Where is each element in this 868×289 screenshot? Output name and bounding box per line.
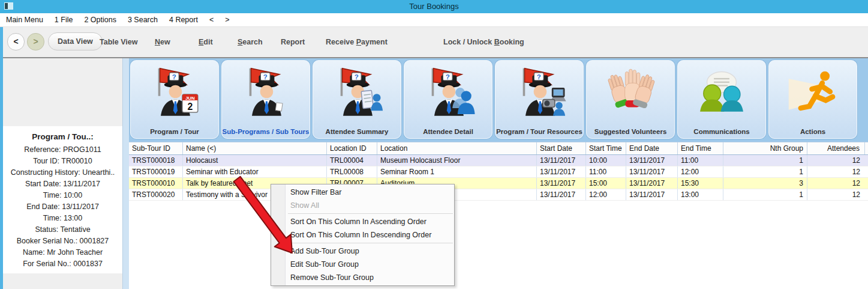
column-header-location-id[interactable]: Location ID (327, 142, 377, 154)
tab-label: Program / Tour (131, 128, 218, 135)
search-button[interactable]: Search (238, 27, 263, 57)
window-left-border (0, 27, 3, 289)
menu-options[interactable]: 2 Options (84, 16, 116, 24)
sidebar-divider-strip (122, 58, 129, 289)
lock-unlock-booking-button[interactable]: Lock / Unlock Booking (443, 27, 524, 57)
data-view-button[interactable]: Data View (48, 32, 103, 50)
cell: 12 (807, 189, 865, 200)
tab-attendee-summary[interactable]: ? Attendee Summary (313, 60, 401, 139)
cell: 12 (807, 178, 865, 189)
cell: 1 (723, 189, 807, 200)
edit-button[interactable]: Edit (199, 27, 213, 57)
column-header-attendees[interactable]: Attendees (807, 142, 865, 154)
record-end-date: End Date: 13/11/2017 (3, 201, 122, 213)
toolbar: < > Data View Table View New Edit Search… (0, 27, 868, 57)
tab-program-tour-resources[interactable]: ? Program / Tour Resources (495, 60, 584, 139)
tab-actions[interactable]: Actions (768, 60, 857, 139)
tab-communications[interactable]: Communications (677, 60, 766, 139)
tab-suggested-volunteers[interactable]: Suggested Volunteers (586, 60, 675, 139)
column-header-start-date[interactable]: Start Date (537, 142, 586, 154)
tab-label: Attendee Detail (404, 128, 492, 135)
cell: 11:00 (586, 166, 626, 177)
cell: 12:00 (586, 189, 626, 200)
record-tour-name: Constructing History: Unearthi.. (3, 167, 122, 178)
menu-prev-arrow[interactable]: < (209, 16, 214, 24)
section-tab-bar: ? JUN 2 Program / Tour (129, 58, 868, 142)
record-booker-name: Name: Mr John Teacher (3, 247, 122, 258)
cell: 15:30 (678, 178, 723, 189)
cell: TRST000018 (129, 155, 183, 166)
cell: 12 (807, 155, 865, 166)
tab-label: Suggested Volunteers (587, 128, 674, 135)
menu-item-edit-sub-tour-group[interactable]: Edit Sub-Tour Group (271, 258, 454, 271)
column-header-nth-group[interactable]: Nth Group (723, 142, 807, 154)
table-row[interactable]: TRST000020 Testimony with a Survivor Sem… (129, 189, 868, 201)
record-status: Status: Tentative (3, 224, 122, 236)
record-end-time: Time: 13:00 (3, 213, 122, 224)
svg-text:2: 2 (187, 102, 193, 112)
tab-label: Program / Tour Resources (495, 128, 583, 135)
main-area: ? JUN 2 Program / Tour (129, 58, 868, 289)
menu-report[interactable]: 4 Report (169, 16, 198, 24)
svg-text:?: ? (355, 73, 359, 81)
tab-label: Attendee Summary (313, 128, 401, 135)
column-header-sub-tour-id[interactable]: Sub-Tour ID (129, 142, 183, 154)
cell: 13/11/2017 (537, 155, 586, 166)
chat-heads-icon (678, 62, 765, 123)
cell: TRST000019 (129, 166, 183, 177)
svg-text:JUN: JUN (185, 96, 195, 101)
cell: 13/11/2017 (537, 189, 586, 200)
menu-item-show-all: Show All (271, 199, 454, 212)
table-row-highlighted[interactable]: TRST000010 Talk by featured poet TRL0000… (129, 178, 868, 189)
table-view-button[interactable]: Table View (100, 27, 137, 57)
record-summary-sidebar: Program / Tou..: Reference: PROG1011 Tou… (3, 58, 122, 289)
record-booker-serial: Booker Serial No.: 0001827 (3, 236, 122, 247)
cell: Museum Holocaust Floor (377, 155, 537, 166)
back-button[interactable]: < (7, 33, 25, 50)
cell: 13/11/2017 (537, 178, 586, 189)
sub-tours-table: Sub-Tour ID Name (<) Location ID Locatio… (129, 142, 868, 201)
cell: 12 (807, 166, 865, 177)
forward-button-disabled: > (27, 33, 44, 50)
cell: 10:00 (586, 155, 626, 166)
cell: 15:00 (586, 178, 626, 189)
cell: TRST000020 (129, 189, 183, 200)
column-header-location[interactable]: Location (377, 142, 537, 154)
cell: Holocaust (183, 155, 327, 166)
window-title: Tour Bookings (409, 2, 458, 11)
app-window-icon (4, 2, 13, 10)
menu-file[interactable]: 1 File (55, 16, 73, 24)
menu-search[interactable]: 3 Search (128, 16, 158, 24)
menu-item-add-sub-tour-group[interactable]: Add Sub-Tour Group (271, 245, 454, 258)
menu-next-arrow[interactable]: > (225, 16, 229, 24)
column-header-start-time[interactable]: Start Time (586, 142, 626, 154)
menu-item-sort-descending[interactable]: Sort On This Column In Descending Order (271, 228, 454, 242)
table-row[interactable]: TRST000019 Seminar with Educator TRL0000… (129, 166, 868, 178)
menu-item-sort-ascending[interactable]: Sort On This Column In Ascending Order (271, 215, 454, 228)
record-start-date: Start Date: 13/11/2017 (3, 178, 122, 190)
table-row[interactable]: TRST000018 Holocaust TRL00004 Museum Hol… (129, 155, 868, 166)
cell: 1 (723, 155, 807, 166)
menu-item-show-filter-bar[interactable]: Show Filter Bar (271, 186, 454, 199)
record-for-serial: For Serial No.: 0001837 (3, 258, 122, 270)
menu-separator (288, 243, 453, 243)
receive-payment-button[interactable]: Receive Payment (326, 27, 388, 57)
cell: 13/11/2017 (626, 189, 678, 200)
svg-text:?: ? (446, 73, 450, 81)
tab-label: Communications (678, 128, 765, 135)
running-man-icon (769, 62, 857, 123)
cell: 13/11/2017 (626, 155, 678, 166)
menu-separator (288, 213, 453, 214)
menu-main-menu[interactable]: Main Menu (6, 16, 43, 24)
tour-guide-group-icon: ? (404, 62, 492, 123)
menu-item-remove-sub-tour-group[interactable]: Remove Sub-Tour Group (271, 271, 454, 284)
column-header-end-date[interactable]: End Date (626, 142, 678, 154)
report-button[interactable]: Report (281, 27, 305, 57)
column-header-name[interactable]: Name (<) (183, 142, 327, 154)
tab-program-tour[interactable]: ? JUN 2 Program / Tour (130, 60, 219, 139)
tab-sub-programs[interactable]: ? Sub-Programs / Sub Tours (221, 60, 310, 139)
tour-guide-notepad-icon: ? (313, 62, 401, 123)
new-button[interactable]: New (155, 27, 170, 57)
column-header-end-time[interactable]: End Time (678, 142, 723, 154)
tab-attendee-detail[interactable]: ? Attendee Detail (404, 60, 492, 139)
